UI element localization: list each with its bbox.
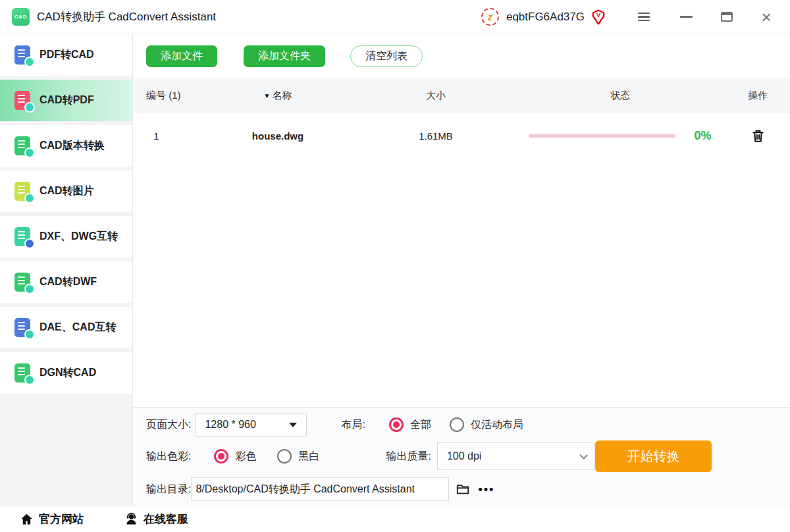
output-color-label: 输出色彩: (146, 450, 191, 464)
quality-select[interactable]: 100 dpi (437, 442, 595, 470)
sidebar-item-label: DXF、DWG互转 (40, 230, 118, 244)
sidebar-item-label: PDF转CAD (40, 48, 94, 62)
layout-label: 布局: (341, 418, 365, 432)
table-header: 编号 (1) ▼名称 大小 状态 操作 (133, 78, 790, 113)
sidebar-item-dgn-to-cad[interactable]: DGN转CAD (0, 352, 132, 398)
official-site-label: 官方网站 (39, 512, 84, 527)
app-window: CAD CAD转换助手 CadConvert Assistant z eqbtF… (0, 0, 790, 532)
cad-to-pdf-icon (14, 91, 30, 110)
dae-cad-convert-icon (14, 318, 30, 337)
official-site-link[interactable]: 官方网站 (20, 512, 84, 527)
customer-service-icon (124, 512, 138, 526)
user-avatar-icon[interactable]: z (481, 8, 499, 26)
sidebar-item-dxf-dwg-convert[interactable]: DXF、DWG互转 (0, 216, 132, 261)
minimize-icon[interactable] (678, 9, 694, 25)
online-support-label: 在线客服 (144, 512, 188, 527)
progress-bar (529, 134, 675, 138)
sidebar-item-cad-to-image[interactable]: CAD转图片 (0, 171, 132, 216)
footer: 官方网站 在线客服 (0, 506, 790, 532)
clear-list-button[interactable]: 清空列表 (350, 45, 423, 67)
app-title: CAD转换助手 CadConvert Assistant (37, 9, 216, 24)
vip-badge-icon[interactable]: V (590, 9, 607, 26)
toolbar: 添加文件 添加文件夹 清空列表 (133, 34, 790, 78)
dxf-dwg-convert-icon (14, 227, 30, 246)
page-size-select[interactable]: 1280 * 960 (195, 413, 307, 437)
quality-value: 100 dpi (447, 450, 482, 462)
svg-text:V: V (596, 12, 601, 18)
app-logo-icon: CAD (12, 8, 30, 26)
add-file-button[interactable]: 添加文件 (146, 45, 217, 67)
online-support-link[interactable]: 在线客服 (124, 512, 188, 527)
quality-label: 输出质量: (386, 450, 431, 464)
settings-panel: 页面大小: 1280 * 960 布局: 全部 仅活动布局 输出色彩: 彩色 (133, 407, 790, 506)
dgn-to-cad-icon (14, 363, 30, 383)
cad-version-convert-icon (14, 136, 30, 155)
page-size-label: 页面大小: (146, 418, 191, 432)
titlebar: CAD CAD转换助手 CadConvert Assistant z eqbtF… (0, 0, 790, 34)
cad-to-dwf-icon (14, 273, 30, 292)
color-radio-color[interactable] (214, 449, 228, 464)
page-size-value: 1280 * 960 (205, 419, 255, 431)
row-index: 1 (133, 130, 199, 142)
row-action (725, 128, 790, 144)
sidebar-item-label: DAE、CAD互转 (40, 321, 116, 334)
row-status: 0% (515, 129, 725, 143)
progress-percent: 0% (694, 129, 711, 143)
header-action: 操作 (725, 90, 790, 102)
more-dots-icon[interactable]: ••• (478, 483, 494, 496)
layout-radio-active-only-label[interactable]: 仅活动布局 (471, 418, 523, 432)
settings-row-page: 页面大小: 1280 * 960 布局: 全部 仅活动布局 (133, 412, 790, 438)
header-index: 编号 (1) (133, 90, 199, 102)
dropdown-arrow-icon (289, 423, 297, 427)
header-size: 大小 (357, 90, 515, 102)
color-radio-bw-label[interactable]: 黑白 (298, 450, 319, 464)
user-account-area[interactable]: z eqbtFG6Ad37G V (481, 8, 607, 26)
row-filesize: 1.61MB (357, 130, 515, 142)
file-list: 1 house.dwg 1.61MB 0% (133, 113, 790, 407)
table-row[interactable]: 1 house.dwg 1.61MB 0% (133, 113, 790, 158)
sidebar-item-pdf-to-cad[interactable]: PDF转CAD (0, 34, 132, 80)
pdf-to-cad-icon (14, 45, 30, 65)
sidebar-item-label: CAD转DWF (40, 275, 97, 289)
maximize-icon[interactable] (719, 9, 735, 25)
chevron-down-icon (579, 451, 588, 460)
main-panel: 添加文件 添加文件夹 清空列表 编号 (1) ▼名称 大小 状态 操作 1 ho… (133, 34, 790, 506)
hamburger-menu-icon[interactable] (636, 9, 652, 25)
color-radio-color-label[interactable]: 彩色 (235, 450, 256, 464)
add-folder-button[interactable]: 添加文件夹 (244, 45, 325, 67)
color-radio-bw[interactable] (277, 449, 292, 464)
close-icon[interactable]: × (758, 9, 774, 25)
sidebar-item-cad-to-dwf[interactable]: CAD转DWF (0, 261, 132, 307)
sidebar: PDF转CAD CAD转PDF CAD版本转换 CAD转图片 DXF、DWG互转… (0, 34, 133, 506)
header-status: 状态 (515, 90, 725, 102)
layout-radio-active-only[interactable] (450, 417, 464, 432)
sidebar-item-cad-version-convert[interactable]: CAD版本转换 (0, 125, 132, 171)
sidebar-item-label: DGN转CAD (40, 366, 96, 380)
username-text: eqbtFG6Ad37G (506, 11, 585, 24)
settings-row-output: 输出色彩: 彩色 黑白 输出质量: 100 dpi 开始转换 (133, 440, 790, 472)
layout-radio-all-label[interactable]: 全部 (410, 418, 431, 432)
sidebar-item-dae-cad-convert[interactable]: DAE、CAD互转 (0, 307, 132, 352)
home-icon (20, 512, 34, 526)
sidebar-filler (0, 398, 132, 506)
sidebar-item-label: CAD版本转换 (40, 139, 105, 153)
output-dir-label: 输出目录: (146, 483, 191, 496)
settings-row-dir: 输出目录: ••• (133, 476, 790, 502)
sidebar-item-label: CAD转PDF (40, 93, 94, 107)
folder-icon[interactable] (456, 482, 470, 496)
trash-icon[interactable] (750, 128, 766, 144)
layout-radio-all[interactable] (389, 417, 404, 432)
row-filename: house.dwg (199, 130, 357, 142)
output-dir-input[interactable] (191, 477, 449, 501)
sidebar-item-label: CAD转图片 (40, 184, 94, 198)
sort-desc-icon[interactable]: ▼ (264, 92, 271, 99)
header-name[interactable]: ▼名称 (199, 90, 357, 102)
cad-to-image-icon (14, 182, 30, 201)
sidebar-item-cad-to-pdf[interactable]: CAD转PDF (0, 80, 132, 125)
start-convert-button[interactable]: 开始转换 (595, 440, 712, 472)
